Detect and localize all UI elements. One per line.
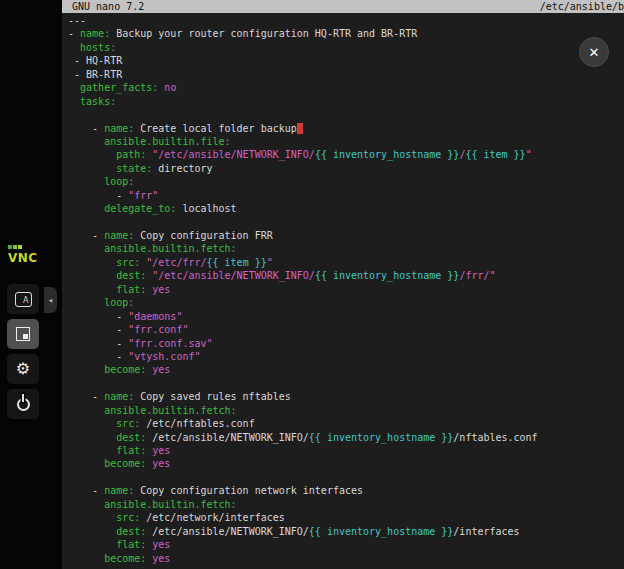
terminal-line xyxy=(68,216,624,229)
novnc-logo-text: VNC xyxy=(8,251,38,265)
terminal-line: dest: /etc/ansible/NETWORK_INFO/{{ inven… xyxy=(68,431,624,444)
terminal-line: dest: /etc/ansible/NETWORK_INFO/{{ inven… xyxy=(68,525,624,538)
novnc-logo-pixels xyxy=(8,245,52,249)
terminal-line: --- xyxy=(68,14,624,27)
clipboard-icon: A xyxy=(15,292,32,307)
settings-button[interactable]: ⚙ xyxy=(7,354,39,384)
terminal-line: gather_facts: no xyxy=(68,81,624,94)
power-icon xyxy=(17,398,30,411)
terminal-line: src: /etc/network/interfaces xyxy=(68,511,624,524)
close-icon: ✕ xyxy=(589,45,600,60)
terminal-line: flat: yes xyxy=(68,538,624,551)
logo-pixel xyxy=(8,245,12,249)
terminal-line: - HQ-RTR xyxy=(68,54,624,67)
terminal[interactable]: GNU nano 7.2 /etc/ansible/b ---- name: B… xyxy=(62,0,624,569)
terminal-line: hosts: xyxy=(68,41,624,54)
power-button[interactable] xyxy=(7,389,39,419)
file-path-label: /etc/ansible/b xyxy=(540,0,624,13)
terminal-line: - BR-RTR xyxy=(68,68,624,81)
terminal-line: tasks: xyxy=(68,95,624,108)
terminal-line: ansible.builtin.file: xyxy=(68,135,624,148)
terminal-line: loop: xyxy=(68,175,624,188)
nano-titlebar: GNU nano 7.2 /etc/ansible/b xyxy=(62,0,624,13)
terminal-line: - name: Copy configuration FRR xyxy=(68,229,624,242)
terminal-line: loop: xyxy=(68,296,624,309)
terminal-line: src: "/etc/frr/{{ item }}" xyxy=(68,256,624,269)
close-button[interactable]: ✕ xyxy=(579,37,609,67)
nano-version-label: GNU nano 7.2 xyxy=(72,0,144,13)
logo-pixel xyxy=(18,245,22,249)
terminal-line: ansible.builtin.fetch: xyxy=(68,242,624,255)
terminal-line: - name: Create local folder backup xyxy=(68,122,624,135)
terminal-line: - "frr.conf" xyxy=(68,323,624,336)
terminal-line: delegate_to: localhost xyxy=(68,202,624,215)
terminal-line: become: yes xyxy=(68,457,624,470)
novnc-logo: VNC xyxy=(8,245,52,265)
terminal-content: ---- name: Backup your router configurat… xyxy=(68,14,624,569)
terminal-line xyxy=(68,471,624,484)
gear-icon: ⚙ xyxy=(16,361,30,377)
terminal-line: - "frr.conf.sav" xyxy=(68,337,624,350)
terminal-line: become: yes xyxy=(68,363,624,376)
terminal-line: ansible.builtin.fetch: xyxy=(68,498,624,511)
terminal-line: become: yes xyxy=(68,552,624,565)
terminal-line: flat: yes xyxy=(68,444,624,457)
control-bar-handle[interactable]: ◂ xyxy=(44,287,57,313)
terminal-line: dest: "/etc/ansible/NETWORK_INFO/{{ inve… xyxy=(68,269,624,282)
terminal-line: - "frr" xyxy=(68,189,624,202)
terminal-line: - name: Copy configuration network inter… xyxy=(68,484,624,497)
terminal-line: - "daemons" xyxy=(68,310,624,323)
terminal-line: src: /etc/nftables.conf xyxy=(68,417,624,430)
terminal-line: ansible.builtin.fetch: xyxy=(68,404,624,417)
logo-pixel xyxy=(13,245,17,249)
terminal-line xyxy=(68,108,624,121)
terminal-line: flat: yes xyxy=(68,283,624,296)
screen: VNC ◂ A ⚙ GNU nano 7.2 /etc/ansible/b --… xyxy=(0,0,624,569)
terminal-line: - name: Copy saved rules nftables xyxy=(68,390,624,403)
terminal-line: - "vtysh.conf" xyxy=(68,350,624,363)
collapse-arrow-icon: ◂ xyxy=(48,295,53,305)
terminal-line xyxy=(68,377,624,390)
clipboard-icon-letter: A xyxy=(23,297,28,305)
fullscreen-button[interactable] xyxy=(7,319,39,349)
vnc-control-bar: VNC ◂ A ⚙ xyxy=(0,0,62,569)
terminal-line: path: "/etc/ansible/NETWORK_INFO/{{ inve… xyxy=(68,148,624,161)
terminal-line: state: directory xyxy=(68,162,624,175)
fullscreen-icon xyxy=(16,327,30,341)
clipboard-button[interactable]: A xyxy=(7,284,39,314)
terminal-line: - name: Backup your router configuration… xyxy=(68,27,624,40)
